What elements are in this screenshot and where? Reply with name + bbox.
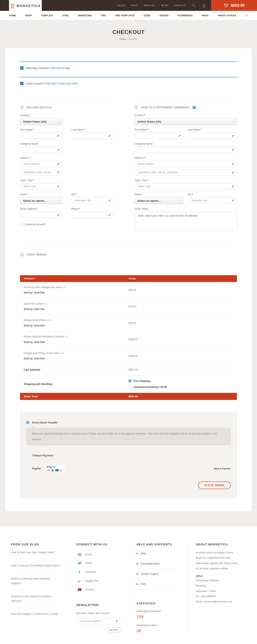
radio-selected-icon[interactable] bbox=[26, 421, 29, 424]
brand-logo[interactable]: MARKETICA bbox=[9, 0, 42, 12]
nav-blog[interactable]: BLOG bbox=[161, 4, 168, 7]
shipto-country-select[interactable]: United States (US) ▼ bbox=[134, 118, 237, 125]
blog-post-link[interactable]: What is So Alluring About Celebrity Fash… bbox=[11, 572, 60, 590]
footer-about-title: ABOUT MARKETICA bbox=[196, 543, 242, 546]
footer-help-title: HELP AND SUPPORTS bbox=[136, 543, 183, 546]
billing-zip-input[interactable] bbox=[71, 197, 114, 204]
radio-icon[interactable] bbox=[26, 454, 29, 457]
connect-youtube-link[interactable]: Youtube bbox=[76, 585, 124, 594]
shipto-company-input[interactable] bbox=[134, 147, 237, 153]
pen-icon bbox=[57, 134, 60, 137]
shipto-last-name-input[interactable] bbox=[188, 132, 237, 139]
radio-icon[interactable] bbox=[128, 386, 132, 388]
billing-apartment-input[interactable] bbox=[20, 169, 62, 176]
connect-label: Google Plus bbox=[85, 580, 99, 582]
address-line: Email. someone@someone.com bbox=[196, 599, 242, 604]
subnav-photo-stocks[interactable]: PHOTO STOCKS bbox=[218, 14, 236, 17]
more-chevron-down-icon[interactable] bbox=[245, 14, 248, 17]
checkout-card: i Returning customer? Click here to logi… bbox=[6, 48, 252, 511]
breadcrumb-home[interactable]: Home bbox=[120, 38, 126, 40]
newsletter-title: NEWSLETTER bbox=[76, 604, 124, 607]
help-link[interactable]: FAQ bbox=[136, 579, 179, 589]
payment-method-cheque[interactable]: Cheque Payment bbox=[26, 454, 231, 457]
billing-email-input[interactable] bbox=[20, 212, 62, 218]
shipping-option-free[interactable]: Free Shipping bbox=[128, 380, 233, 382]
pen-icon bbox=[232, 199, 235, 202]
connect-twitter-link[interactable]: Twitter bbox=[76, 559, 124, 567]
payment-cheque-label: Cheque Payment bbox=[32, 454, 53, 457]
blog-post-link[interactable]: Plus Size Fashion: Is There Such a Thing… bbox=[11, 608, 60, 621]
radio-icon[interactable] bbox=[26, 467, 29, 470]
statistics-title: STATISTICS bbox=[136, 602, 183, 605]
billing-company-input[interactable] bbox=[20, 147, 62, 153]
subnav-home[interactable]: HOME bbox=[9, 14, 16, 17]
billing-state-select[interactable]: Select an option... ▼ bbox=[20, 197, 62, 204]
subnav-cms-templates[interactable]: CMS TEMPLATES bbox=[115, 14, 134, 17]
connect-facebook-link[interactable]: f Facebook bbox=[76, 567, 124, 576]
connect-label: Youtube bbox=[85, 588, 94, 591]
shipping-label: Shipping and Handling bbox=[24, 382, 128, 386]
coupon-notice-prefix: Have a coupon? bbox=[26, 82, 44, 85]
visa-card-icon: VISA bbox=[47, 469, 50, 472]
shipto-address-label: Address* bbox=[134, 156, 237, 159]
product-total: $200.00 bbox=[128, 354, 233, 357]
radio-selected-icon[interactable] bbox=[128, 380, 132, 382]
product-name: iPhone 5s with Headphones Jack × 1 bbox=[24, 286, 128, 289]
shipto-state-select[interactable]: Select an option... ▼ bbox=[134, 197, 184, 204]
billing-town-input[interactable] bbox=[20, 183, 62, 190]
subnav-template[interactable]: TEMPLATE bbox=[41, 14, 53, 17]
subnav-ecommerce[interactable]: ECOMMERCE bbox=[178, 14, 193, 17]
connect-email-link[interactable]: Email bbox=[76, 550, 124, 559]
shipto-zip-input[interactable] bbox=[188, 197, 237, 204]
order-notes-textarea[interactable] bbox=[134, 212, 237, 232]
create-account-row: Create an account? bbox=[20, 223, 114, 226]
nav-shop[interactable]: SHOP bbox=[131, 4, 138, 7]
coupon-link[interactable]: Click here to enter your code bbox=[45, 82, 77, 85]
payment-method-paypal[interactable]: PayPal P Pay Pal VISA What is PayPal? bbox=[26, 464, 231, 472]
user-account-icon[interactable] bbox=[202, 4, 206, 8]
shipto-checkbox[interactable] bbox=[193, 106, 196, 109]
cart-button[interactable]: $653.50 bbox=[211, 0, 257, 11]
subnav-html[interactable]: HTML bbox=[62, 14, 69, 17]
blog-post-link[interactable]: How To Choose The Perfect Fashion Store? bbox=[11, 559, 60, 572]
nav-contact[interactable]: CONTACT bbox=[174, 4, 185, 7]
blog-post-link[interactable]: How To Start Your Own Fashion Store? bbox=[11, 546, 60, 559]
shipto-street-input[interactable] bbox=[134, 161, 237, 167]
create-account-checkbox[interactable] bbox=[20, 223, 23, 226]
login-link[interactable]: Click here to login bbox=[50, 67, 70, 70]
newsletter-signup-button[interactable]: SIGN UP bbox=[106, 628, 121, 632]
subnav-marketing[interactable]: MARKETING bbox=[78, 14, 92, 17]
billing-company-label: Company Name bbox=[20, 142, 114, 145]
nav-pages[interactable]: PAGES bbox=[117, 4, 125, 7]
subnav-muse[interactable]: MUSE bbox=[202, 14, 208, 17]
login-notice-text: Returning customer? Click here to login bbox=[26, 67, 70, 70]
place-order-button[interactable]: PLACE ORDER bbox=[198, 482, 231, 489]
help-link[interactable]: Help bbox=[136, 548, 179, 559]
pen-icon bbox=[232, 185, 235, 188]
newsletter-email-input[interactable] bbox=[76, 618, 121, 624]
payment-method-bank[interactable]: Direct Bank Transfer bbox=[26, 421, 231, 424]
billing-first-name-input[interactable] bbox=[20, 132, 62, 139]
subnav-code[interactable]: CODE bbox=[144, 14, 150, 17]
what-is-paypal-link[interactable]: What is PayPal? bbox=[214, 468, 231, 470]
blog-post-link[interactable]: Should You Use Fashion Consultant Servic… bbox=[11, 590, 60, 608]
help-link[interactable]: Contact Support bbox=[136, 569, 179, 579]
connect-google-plus-link[interactable]: g+ Google Plus bbox=[76, 576, 124, 585]
shipto-town-input[interactable] bbox=[134, 183, 237, 190]
shipping-option-international[interactable]: International Delivery: $5.90 bbox=[128, 386, 233, 388]
shipto-first-name-input[interactable] bbox=[134, 132, 184, 139]
nav-wishlist[interactable]: WISHLIST bbox=[144, 4, 155, 7]
billing-phone-input[interactable] bbox=[71, 212, 114, 218]
search-icon[interactable] bbox=[192, 4, 196, 8]
billing-country-select[interactable]: United States (US) ▼ bbox=[20, 118, 62, 125]
subnav-design[interactable]: DESIGN bbox=[160, 14, 168, 17]
subnav-shop[interactable]: SHOP bbox=[25, 14, 32, 17]
help-link[interactable]: Knowladge Base bbox=[136, 559, 179, 569]
subnav-psd[interactable]: PSD bbox=[101, 14, 106, 17]
select-arrow-icon: ▼ bbox=[58, 121, 60, 122]
billing-street-input[interactable] bbox=[20, 161, 62, 167]
amex-card-icon bbox=[55, 469, 59, 472]
shipto-apartment-input[interactable] bbox=[134, 169, 237, 176]
billing-last-name-input[interactable] bbox=[71, 132, 114, 139]
paypal-p-mark: P bbox=[47, 466, 48, 468]
